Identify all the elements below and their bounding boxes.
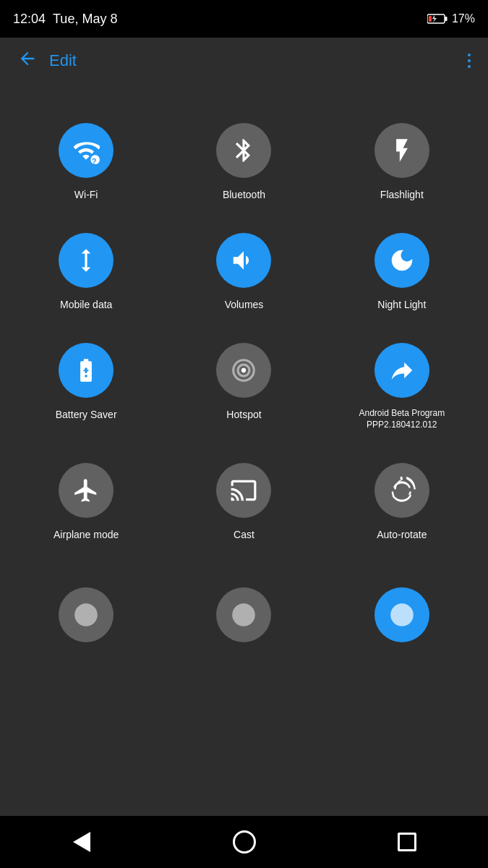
- nav-home-button[interactable]: [227, 825, 262, 859]
- tile-mobile-data[interactable]: Mobile data: [7, 216, 165, 326]
- flashlight-icon-circle: [374, 123, 429, 178]
- hotspot-icon-circle: [216, 343, 271, 398]
- flashlight-label: Flashlight: [380, 188, 424, 201]
- partial-tile-1[interactable]: [7, 570, 165, 650]
- volumes-label: Volumes: [225, 298, 264, 311]
- header-title: Edit: [49, 51, 462, 70]
- recent-square-icon: [398, 833, 416, 851]
- svg-text:?: ?: [92, 157, 97, 164]
- tile-flashlight[interactable]: Flashlight: [323, 106, 481, 216]
- status-right: 17%: [427, 12, 475, 25]
- battery-percent: 17%: [452, 12, 475, 25]
- back-button[interactable]: [12, 43, 43, 80]
- airplane-label: Airplane mode: [53, 528, 119, 541]
- tile-airplane[interactable]: Airplane mode: [7, 446, 165, 556]
- night-light-icon-circle: [374, 233, 429, 288]
- bluetooth-icon-circle: [216, 123, 271, 178]
- battery-icon: [427, 14, 448, 24]
- tile-auto-rotate[interactable]: Auto-rotate: [323, 446, 481, 556]
- more-options-button[interactable]: [462, 48, 476, 74]
- nav-bar: [0, 816, 488, 868]
- mobile-data-icon-circle: [59, 233, 114, 288]
- tile-battery-saver[interactable]: + Battery Saver: [7, 326, 165, 445]
- tile-cast[interactable]: Cast: [165, 446, 322, 556]
- back-triangle-icon: [73, 832, 90, 852]
- partial-icon-2: [216, 587, 271, 642]
- home-circle-icon: [233, 830, 256, 854]
- wifi-icon-circle: ?: [59, 123, 114, 178]
- svg-rect-1: [445, 17, 447, 21]
- partial-tiles-row: [0, 570, 488, 650]
- tile-volumes[interactable]: Volumes: [165, 216, 322, 326]
- partial-icon-1: [59, 587, 114, 642]
- status-date: Tue, May 8: [53, 12, 117, 27]
- status-bar: 12:04 Tue, May 8 17%: [0, 0, 488, 38]
- tile-bluetooth[interactable]: Bluetooth: [165, 106, 322, 216]
- header: Edit: [0, 38, 488, 84]
- tiles-grid: ? Wi-Fi Bluetooth Flashlight: [0, 91, 488, 570]
- main-content: ? Wi-Fi Bluetooth Flashlight: [0, 84, 488, 816]
- partial-icon-3: [374, 587, 429, 642]
- tile-hotspot[interactable]: Hotspot: [165, 326, 322, 445]
- tile-wifi[interactable]: ? Wi-Fi: [7, 106, 165, 216]
- nav-back-button[interactable]: [64, 825, 99, 859]
- tile-android-beta[interactable]: Android Beta ProgramPPP2.180412.012: [323, 326, 481, 445]
- auto-rotate-icon-circle: [374, 463, 429, 518]
- nav-recent-button[interactable]: [390, 825, 424, 859]
- night-light-label: Night Light: [377, 298, 426, 311]
- svg-rect-2: [429, 16, 432, 22]
- bluetooth-label: Bluetooth: [223, 188, 265, 201]
- mobile-data-label: Mobile data: [60, 298, 112, 311]
- tile-night-light[interactable]: Night Light: [323, 216, 481, 326]
- partial-tile-3[interactable]: [323, 570, 481, 650]
- cast-icon-circle: [216, 463, 271, 518]
- svg-point-6: [241, 368, 246, 373]
- status-time: 12:04: [13, 12, 46, 27]
- partial-tile-2[interactable]: [165, 570, 322, 650]
- airplane-icon-circle: [59, 463, 114, 518]
- battery-saver-label: Battery Saver: [56, 408, 117, 421]
- volumes-icon-circle: [216, 233, 271, 288]
- cast-label: Cast: [234, 528, 254, 541]
- auto-rotate-label: Auto-rotate: [377, 528, 427, 541]
- hotspot-label: Hotspot: [226, 408, 261, 421]
- svg-text:+: +: [83, 365, 89, 376]
- battery-saver-icon-circle: +: [59, 343, 114, 398]
- wifi-label: Wi-Fi: [74, 188, 98, 201]
- android-beta-icon-circle: [374, 343, 429, 398]
- android-beta-label: Android Beta ProgramPPP2.180412.012: [359, 408, 445, 430]
